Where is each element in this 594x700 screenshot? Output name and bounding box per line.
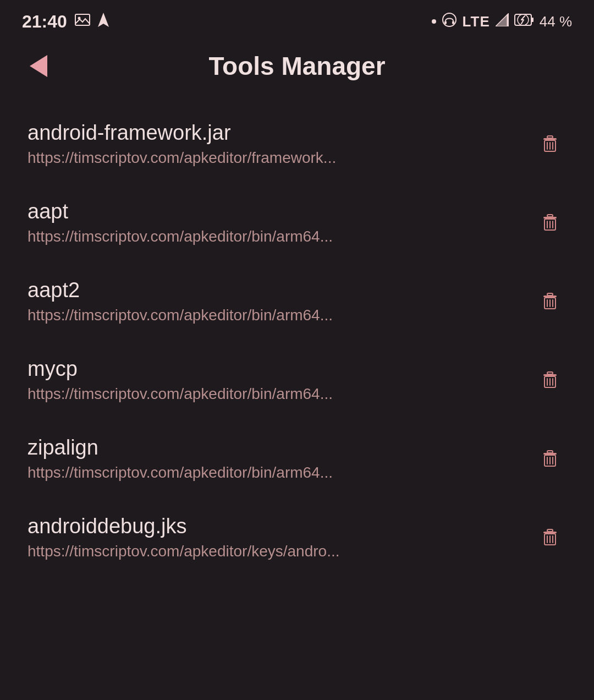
delete-button[interactable] bbox=[534, 128, 566, 161]
status-left: 21:40 bbox=[22, 12, 109, 32]
toolbar: Tools Manager bbox=[0, 39, 594, 99]
delete-button[interactable] bbox=[534, 521, 566, 554]
image-icon bbox=[75, 14, 90, 29]
svg-rect-13 bbox=[547, 136, 553, 138]
svg-rect-19 bbox=[547, 215, 553, 217]
tool-name: aapt2 bbox=[28, 278, 522, 302]
svg-rect-10 bbox=[531, 18, 534, 22]
tool-url: https://timscriptov.com/apkeditor/bin/ar… bbox=[28, 228, 522, 245]
tool-url: https://timscriptov.com/apkeditor/bin/ar… bbox=[28, 385, 522, 403]
location-icon bbox=[98, 13, 109, 30]
tool-info: zipalign https://timscriptov.com/apkedit… bbox=[28, 436, 522, 482]
svg-marker-2 bbox=[98, 13, 109, 27]
tool-name: mycp bbox=[28, 357, 522, 381]
headphone-icon bbox=[442, 12, 457, 31]
svg-rect-43 bbox=[547, 529, 553, 532]
tool-info: aapt https://timscriptov.com/apkeditor/b… bbox=[28, 200, 522, 245]
tool-url: https://timscriptov.com/apkeditor/bin/ar… bbox=[28, 464, 522, 482]
tool-url: https://timscriptov.com/apkeditor/keys/a… bbox=[28, 543, 522, 560]
tool-name: androiddebug.jks bbox=[28, 515, 522, 538]
tool-info: androiddebug.jks https://timscriptov.com… bbox=[28, 515, 522, 560]
tool-name: zipalign bbox=[28, 436, 522, 460]
tool-info: aapt2 https://timscriptov.com/apkeditor/… bbox=[28, 278, 522, 324]
lte-label: LTE bbox=[463, 13, 490, 30]
tool-item[interactable]: android-framework.jar https://timscripto… bbox=[0, 105, 594, 183]
tool-item[interactable]: aapt https://timscriptov.com/apkeditor/b… bbox=[0, 183, 594, 262]
svg-rect-5 bbox=[452, 21, 454, 24]
tool-list: android-framework.jar https://timscripto… bbox=[0, 99, 594, 582]
tool-item[interactable]: zipalign https://timscriptov.com/apkedit… bbox=[0, 419, 594, 498]
status-right: LTE 44 % bbox=[432, 12, 572, 31]
svg-rect-4 bbox=[444, 21, 447, 24]
delete-button[interactable] bbox=[534, 442, 566, 475]
tool-info: android-framework.jar https://timscripto… bbox=[28, 121, 522, 167]
delete-button[interactable] bbox=[534, 285, 566, 318]
status-time: 21:40 bbox=[22, 12, 67, 32]
delete-button[interactable] bbox=[534, 364, 566, 397]
tool-info: mycp https://timscriptov.com/apkeditor/b… bbox=[28, 357, 522, 403]
svg-rect-0 bbox=[75, 14, 90, 25]
page-title: Tools Manager bbox=[55, 51, 539, 81]
svg-rect-37 bbox=[547, 451, 553, 453]
status-bar: 21:40 LTE bbox=[0, 0, 594, 39]
signal-dot bbox=[432, 19, 436, 24]
tool-url: https://timscriptov.com/apkeditor/framew… bbox=[28, 149, 522, 167]
svg-rect-31 bbox=[547, 372, 553, 374]
battery-percent: 44 % bbox=[540, 13, 572, 30]
svg-point-3 bbox=[443, 13, 456, 26]
delete-button[interactable] bbox=[534, 206, 566, 239]
tool-name: aapt bbox=[28, 200, 522, 223]
svg-rect-25 bbox=[547, 293, 553, 296]
tool-item[interactable]: aapt2 https://timscriptov.com/apkeditor/… bbox=[0, 262, 594, 341]
back-arrow-icon bbox=[30, 55, 47, 77]
tool-item[interactable]: mycp https://timscriptov.com/apkeditor/b… bbox=[0, 341, 594, 419]
back-button[interactable] bbox=[22, 50, 55, 83]
tool-item[interactable]: androiddebug.jks https://timscriptov.com… bbox=[0, 498, 594, 577]
battery-charging-icon bbox=[514, 12, 534, 31]
tool-name: android-framework.jar bbox=[28, 121, 522, 145]
tool-url: https://timscriptov.com/apkeditor/bin/ar… bbox=[28, 307, 522, 324]
signal-bars-icon bbox=[496, 13, 509, 30]
